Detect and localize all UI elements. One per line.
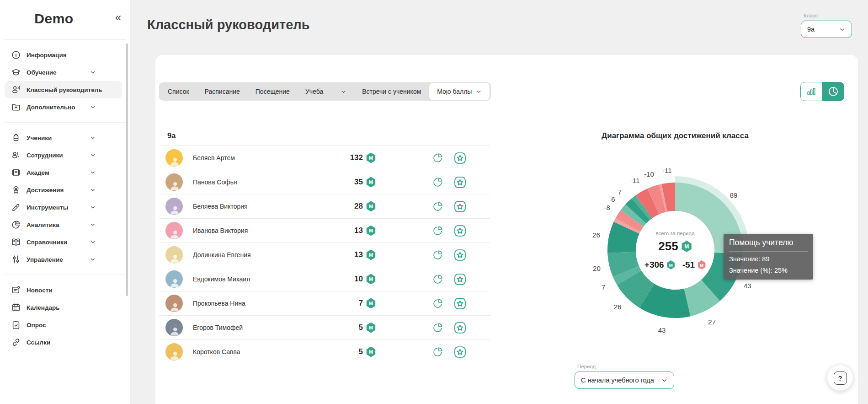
achievements-icon bbox=[11, 185, 21, 195]
student-row: Беляева Виктория28M bbox=[159, 194, 490, 219]
pie-chart-toggle-button[interactable] bbox=[822, 82, 844, 101]
person-silhouette-icon bbox=[168, 179, 180, 191]
student-pie-chart-button[interactable] bbox=[432, 273, 444, 285]
sidebar-item-management[interactable]: Управление bbox=[5, 251, 122, 268]
tab-5[interactable]: Встречи с учеником bbox=[354, 84, 429, 99]
question-mark-icon: ? bbox=[834, 372, 847, 385]
slice-value-label: -10 bbox=[644, 170, 654, 178]
bar-chart-toggle-button[interactable] bbox=[800, 82, 822, 101]
student-pie-chart-button[interactable] bbox=[432, 225, 444, 237]
slice-value-label: 27 bbox=[708, 318, 716, 326]
person-silhouette-icon bbox=[168, 349, 180, 361]
sidebar-item-analytics[interactable]: Аналитика bbox=[5, 216, 122, 233]
student-pie-chart-button[interactable] bbox=[432, 249, 444, 261]
student-achievements-button[interactable] bbox=[453, 272, 467, 286]
divider bbox=[5, 39, 126, 40]
sidebar-item-class-teacher[interactable]: Классный руководитель bbox=[5, 81, 122, 98]
student-achievements-button[interactable] bbox=[453, 199, 467, 214]
student-achievements-button[interactable] bbox=[453, 224, 467, 238]
class-selector: Класс 9а bbox=[801, 13, 852, 38]
student-achievements-button[interactable] bbox=[453, 321, 467, 335]
slice-value-label: 7 bbox=[602, 283, 605, 291]
content-card: СписокРасписаниеПосещениеУчебаВстречи с … bbox=[155, 55, 858, 404]
avatar bbox=[165, 295, 183, 312]
sidebar-item-info[interactable]: Информация bbox=[5, 46, 122, 64]
m-badge: M bbox=[366, 323, 376, 333]
student-name: Егоров Тимофей bbox=[193, 324, 325, 331]
help-button[interactable]: ? bbox=[827, 365, 853, 391]
student-pie-chart-button[interactable] bbox=[432, 297, 444, 309]
tab-1[interactable]: Список bbox=[160, 84, 197, 99]
student-pie-chart-button[interactable] bbox=[432, 200, 444, 212]
sidebar-item-academ[interactable]: Академ bbox=[5, 164, 122, 181]
sidebar-item-reference[interactable]: Справочники bbox=[5, 233, 122, 251]
student-achievements-button[interactable] bbox=[453, 175, 467, 189]
links-icon bbox=[11, 337, 21, 347]
student-achievements-button[interactable] bbox=[453, 248, 467, 262]
row-pie-icon bbox=[432, 273, 444, 285]
sidebar-item-achievements[interactable]: Достижения bbox=[5, 181, 122, 199]
sidebar-item-education[interactable]: Обучение bbox=[5, 64, 122, 81]
sidebar-item-label: Достижения bbox=[27, 187, 64, 194]
sidebar-scrollbar[interactable] bbox=[126, 43, 128, 296]
tab-6[interactable]: Mojo баллы bbox=[429, 82, 490, 101]
student-achievements-button[interactable] bbox=[453, 151, 467, 165]
chevron-down-icon bbox=[476, 89, 482, 95]
avatar bbox=[165, 319, 183, 336]
donut-chart[interactable]: всего за период 255 M +306 M -51 M bbox=[565, 146, 785, 352]
sidebar-item-label: Классный руководитель bbox=[27, 86, 102, 93]
pie-chart-icon bbox=[827, 86, 839, 97]
student-name: Прокопьева Нина bbox=[193, 300, 325, 307]
sidebar-item-survey[interactable]: Опрос bbox=[5, 316, 122, 334]
sidebar-item-news[interactable]: Новости bbox=[5, 281, 122, 299]
chevron-down-icon bbox=[90, 256, 96, 263]
student-score: 13 bbox=[354, 226, 363, 235]
sidebar-item-label: Новости bbox=[27, 287, 53, 294]
sidebar-item-links[interactable]: Ссылки bbox=[5, 334, 122, 351]
student-row: Евдокимов Михаил10M bbox=[159, 267, 490, 291]
row-pie-icon bbox=[432, 346, 444, 358]
main-area: Классный руководитель Класс 9а СписокРас… bbox=[130, 0, 868, 404]
sidebar-item-tools[interactable]: Инструменты bbox=[5, 199, 122, 216]
avatar bbox=[165, 270, 183, 288]
tab-3[interactable]: Посещение bbox=[248, 84, 298, 99]
period-selector: Период С начала учебного года bbox=[575, 364, 674, 389]
student-name: Беляев Артем bbox=[193, 154, 325, 162]
sidebar-item-extra[interactable]: Дополнительно bbox=[5, 98, 122, 116]
student-pie-chart-button[interactable] bbox=[432, 346, 444, 358]
period-dropdown[interactable]: С начала учебного года bbox=[575, 372, 674, 389]
survey-icon bbox=[11, 320, 21, 330]
tooltip-title: Помощь учителю bbox=[729, 238, 808, 252]
student-pie-chart-button[interactable] bbox=[432, 176, 444, 188]
education-icon bbox=[11, 67, 21, 77]
student-achievements-button[interactable] bbox=[453, 345, 467, 359]
row-star-icon bbox=[453, 199, 467, 214]
student-pie-chart-button[interactable] bbox=[432, 322, 444, 334]
tooltip-value: Значение: 89 bbox=[729, 255, 808, 263]
person-silhouette-icon bbox=[168, 155, 180, 167]
sidebar-item-label: Академ bbox=[27, 169, 49, 176]
chevron-down-icon bbox=[90, 169, 96, 176]
calendar-icon bbox=[11, 302, 21, 312]
donut-center-summary: всего за период 255 M +306 M -51 M bbox=[625, 231, 725, 270]
tab-bar: СписокРасписаниеПосещениеУчебаВстречи с … bbox=[159, 82, 491, 101]
tab-4[interactable]: Учеба bbox=[298, 84, 354, 99]
student-pie-chart-button[interactable] bbox=[432, 152, 444, 164]
divider bbox=[5, 275, 126, 275]
student-row: Коротков Савва5M bbox=[159, 340, 490, 364]
analytics-icon bbox=[11, 220, 21, 230]
gained-score: +306 bbox=[644, 260, 664, 270]
class-select-dropdown[interactable]: 9а bbox=[801, 21, 852, 38]
academ-icon bbox=[11, 167, 21, 178]
student-achievements-button[interactable] bbox=[453, 296, 467, 311]
avatar bbox=[165, 198, 183, 215]
staff-icon bbox=[11, 150, 21, 160]
slice-value-label: 26 bbox=[614, 303, 622, 311]
sidebar: Demo « ИнформацияОбучениеКлассный руково… bbox=[0, 0, 130, 404]
tab-2[interactable]: Расписание bbox=[197, 84, 248, 99]
sidebar-item-students[interactable]: Ученики bbox=[5, 129, 122, 146]
row-pie-icon bbox=[432, 200, 444, 212]
sidebar-item-calendar[interactable]: Календарь bbox=[5, 299, 122, 316]
sidebar-item-staff[interactable]: Сотрудники bbox=[5, 146, 122, 164]
sidebar-collapse-button[interactable]: « bbox=[115, 12, 121, 23]
